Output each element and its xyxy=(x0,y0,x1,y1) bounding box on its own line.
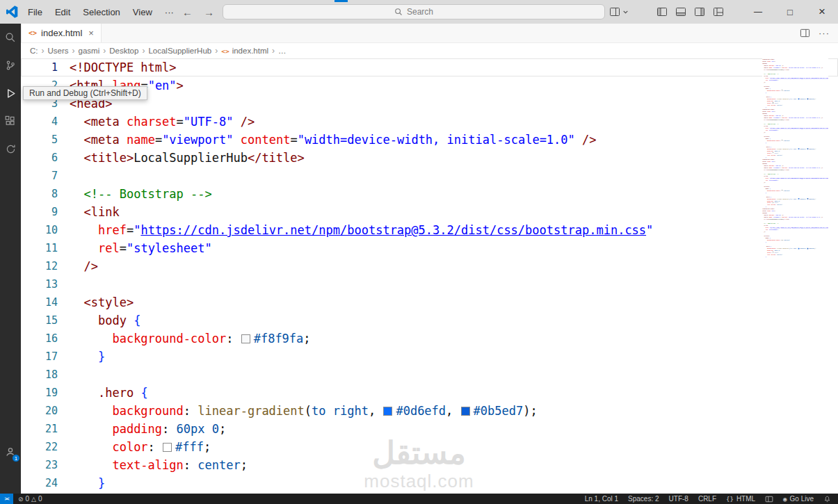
breadcrumb-label: Users xyxy=(48,47,69,55)
code-line[interactable]: 23 text-align: center; xyxy=(21,456,838,474)
extensions-icon[interactable] xyxy=(0,107,21,135)
code-line-text: <link xyxy=(70,203,838,221)
line-number[interactable]: 21 xyxy=(21,420,70,438)
line-number[interactable]: 15 xyxy=(21,311,70,330)
line-number[interactable]: 16 xyxy=(21,330,70,348)
code-line[interactable]: 4 <meta charset="UTF-8" /> xyxy=(21,113,838,131)
back-arrow-icon[interactable]: ← xyxy=(182,6,193,18)
remote-indicator[interactable]: >< xyxy=(0,494,13,504)
sync-icon[interactable] xyxy=(0,135,21,163)
breadcrumb-item[interactable]: … xyxy=(278,47,287,55)
status-language-mode[interactable]: {}HTML xyxy=(726,495,755,503)
line-number[interactable]: 9 xyxy=(21,203,70,221)
line-number[interactable]: 12 xyxy=(21,257,70,275)
code-line-text: <title>LocalSupplierHub</title> xyxy=(70,149,838,167)
breadcrumb-item[interactable]: Desktop xyxy=(109,47,138,55)
tab-index-html[interactable]: <> index.html × xyxy=(21,24,102,42)
line-number[interactable]: 17 xyxy=(21,348,70,366)
menu-item-edit[interactable]: Edit xyxy=(49,0,76,24)
split-editor-right-icon[interactable] xyxy=(800,28,810,38)
search-view-icon[interactable] xyxy=(0,24,21,51)
code-line[interactable]: 24 } xyxy=(21,474,838,492)
code-line[interactable]: 14 <style> xyxy=(21,293,838,311)
more-actions-icon[interactable]: ··· xyxy=(819,28,830,38)
breadcrumb-item[interactable]: Users xyxy=(48,47,69,55)
account-badge: 1 xyxy=(12,454,20,462)
code-token: <link xyxy=(83,205,119,219)
line-number[interactable]: 1 xyxy=(21,58,70,76)
account-icon[interactable]: 1 xyxy=(0,438,21,466)
code-line[interactable]: 8 <!-- Bootstrap --> xyxy=(21,185,838,203)
status-cursor-position[interactable]: Ln 1, Col 1 xyxy=(585,495,618,503)
line-number[interactable]: 18 xyxy=(21,366,70,384)
status-editor-layout[interactable] xyxy=(765,495,773,503)
forward-arrow-icon[interactable]: → xyxy=(204,6,214,18)
code-line[interactable]: 17 } xyxy=(21,348,838,366)
line-number[interactable]: 20 xyxy=(21,402,70,420)
code-line[interactable]: 13 xyxy=(21,275,838,293)
toggle-sidebar-icon[interactable] xyxy=(656,6,668,17)
line-number[interactable]: 24 xyxy=(21,474,70,492)
code-line[interactable]: 9 <link xyxy=(21,203,838,221)
code-line[interactable]: 5 <meta name="viewport" content="width=d… xyxy=(21,131,838,149)
line-number[interactable]: 23 xyxy=(21,456,70,474)
menu-item-selection[interactable]: Selection xyxy=(76,0,126,24)
tab-close-icon[interactable]: × xyxy=(88,28,94,38)
code-line[interactable]: 18 xyxy=(21,366,838,384)
breadcrumb-item[interactable]: gasmi xyxy=(79,47,100,55)
breadcrumb-separator: › xyxy=(272,46,275,56)
search-input[interactable]: Search xyxy=(223,4,605,19)
minimize-button[interactable]: — xyxy=(742,0,774,24)
line-number[interactable]: 8 xyxy=(21,185,70,203)
menu-item-file[interactable]: File xyxy=(22,0,49,24)
code-line[interactable]: 21 padding: 60px 0; xyxy=(21,420,838,438)
code-token: "width=device-width, initial-scale=1.0" xyxy=(298,133,575,147)
code-line[interactable]: 19 .hero { xyxy=(21,384,838,402)
line-number[interactable]: 10 xyxy=(21,221,70,239)
breadcrumb-item[interactable]: C: xyxy=(30,47,38,55)
close-button[interactable]: × xyxy=(806,0,838,24)
code-line[interactable]: 1<!DOCTYPE html> xyxy=(21,58,838,76)
split-editor-icon[interactable] xyxy=(609,6,620,17)
toggle-panel-icon[interactable] xyxy=(675,6,686,17)
code-line[interactable]: 6 <title>LocalSupplierHub</title> xyxy=(21,149,838,167)
toggle-secondary-sidebar-icon[interactable] xyxy=(694,6,705,17)
status-notifications[interactable] xyxy=(823,495,831,503)
breadcrumb-item[interactable]: LocalSupplierHub xyxy=(148,47,211,55)
status-eol[interactable]: CRLF xyxy=(698,495,716,503)
problems-status[interactable]: ⊘ 0 △ 0 xyxy=(18,495,42,503)
breadcrumb-item[interactable]: <>index.html xyxy=(221,47,268,55)
code-line[interactable]: 7 xyxy=(21,167,838,185)
line-number[interactable]: 19 xyxy=(21,384,70,402)
code-line[interactable]: 11 rel="stylesheet" xyxy=(21,239,838,257)
run-debug-icon[interactable] xyxy=(0,79,21,107)
code-line[interactable]: 15 body { xyxy=(21,311,838,330)
code-line[interactable]: 10 href="https://cdn.jsdelivr.net/npm/bo… xyxy=(21,221,838,239)
menu-item-view[interactable]: View xyxy=(127,0,159,24)
line-number[interactable]: 6 xyxy=(21,149,70,167)
maximize-button[interactable]: □ xyxy=(774,0,806,24)
code-token xyxy=(70,259,83,273)
code-line[interactable]: 22 color: #fff; xyxy=(21,438,838,456)
editor[interactable]: 1<!DOCTYPE html>2<html lang="en">3<head>… xyxy=(21,58,838,494)
line-number[interactable]: 5 xyxy=(21,131,70,149)
chevron-down-icon[interactable] xyxy=(622,9,629,15)
status-go-live[interactable]: ◉Go Live xyxy=(783,495,814,503)
source-control-icon[interactable] xyxy=(0,51,21,79)
code-line[interactable]: 12 /> xyxy=(21,257,838,275)
line-number[interactable]: 22 xyxy=(21,438,70,456)
code-line[interactable]: 16 background-color: #f8f9fa; xyxy=(21,330,838,348)
line-number[interactable]: 13 xyxy=(21,275,70,293)
line-number[interactable]: 4 xyxy=(21,113,70,131)
line-number[interactable]: 7 xyxy=(21,167,70,185)
code-line[interactable]: 20 background: linear-gradient(to right,… xyxy=(21,402,838,420)
line-number[interactable]: 14 xyxy=(21,293,70,311)
code-token: "stylesheet" xyxy=(127,241,212,255)
status-indentation[interactable]: Spaces: 2 xyxy=(628,495,659,503)
customize-layout-icon[interactable] xyxy=(713,6,724,17)
minimap[interactable]: 1<!DOCTYPE html>2<html lang="en">3<head>… xyxy=(762,58,828,494)
menu-item-more[interactable]: ··· xyxy=(159,0,180,24)
code-token xyxy=(70,241,98,255)
line-number[interactable]: 11 xyxy=(21,239,70,257)
status-encoding[interactable]: UTF-8 xyxy=(669,495,688,503)
